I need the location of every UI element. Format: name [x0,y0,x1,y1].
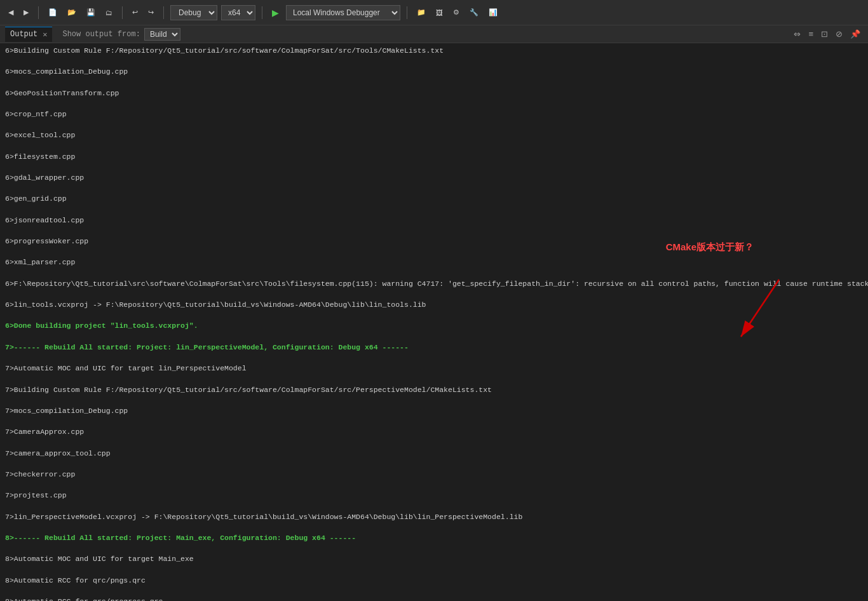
output-line: 6>Done building project "lin_tools.vcxpr… [5,321,863,332]
output-line: 7>Building Custom Rule F:/Repository/Qt5… [5,385,863,396]
output-controls: Show output from: Build [62,28,180,41]
output-line: 8>Automatic MOC and UIC for target Main_… [5,554,863,565]
align-right-btn[interactable]: ⊡ [818,28,831,40]
debugger-select[interactable]: Local Windows Debugger [286,5,400,20]
save-all-btn[interactable]: 🗂 [102,7,116,18]
toolbar-divider-4 [262,6,262,19]
word-wrap-btn[interactable]: ⇔ [791,28,803,40]
output-toolbar-icons: ⇔ ≡ ⊡ ⊘ 📌 [791,28,863,40]
show-output-select[interactable]: Build [144,28,180,41]
open-folder-btn[interactable]: 📁 [414,6,429,18]
output-content[interactable]: 6>Building Custom Rule F:/Repository/Qt5… [0,43,868,601]
align-left-btn[interactable]: ≡ [806,28,816,40]
redo-btn[interactable]: ↪ [145,6,157,18]
screenshot-btn[interactable]: 🖼 [433,7,446,18]
main-layout: Output ✕ Show output from: Build ⇔ ≡ ⊡ ⊘… [0,25,868,601]
output-line: 7>checkerror.cpp [5,469,863,480]
output-line: 6>excel_tool.cpp [5,130,863,141]
tool2-btn[interactable]: 🔧 [466,6,482,18]
output-line: 6>lin_tools.vcxproj -> F:\Repository\Qt5… [5,300,863,311]
main-toolbar: ◀ ▶ 📄 📂 💾 🗂 ↩ ↪ Debug x64 ▶ Local Window… [0,0,868,25]
toolbar-divider-3 [163,6,164,19]
output-tab[interactable]: Output ✕ [5,27,52,42]
output-line: 6>progressWoker.cpp [5,236,863,247]
output-line: 7>mocs_compilation_Debug.cpp [5,406,863,417]
platform-select[interactable]: x64 [221,5,255,20]
output-line: 6>mocs_compilation_Debug.cpp [5,67,863,78]
tool3-btn[interactable]: 📊 [485,6,501,18]
new-file-btn[interactable]: 📄 [45,6,60,18]
output-line: 7>camera_approx_tool.cpp [5,449,863,459]
show-output-label: Show output from: [62,30,140,39]
tool1-btn[interactable]: ⚙ [450,6,463,18]
output-line: 8>------ Rebuild All started: Project: M… [5,533,863,544]
open-btn[interactable]: 📂 [64,6,79,18]
output-line: 7>Automatic MOC and UIC for target lin_P… [5,363,863,374]
start-debug-btn[interactable]: ▶ [269,6,282,20]
output-tab-close[interactable]: ✕ [43,30,47,39]
output-line: 7>CameraApprox.cpp [5,427,863,438]
toolbar-divider-2 [122,6,123,19]
output-line: 6>F:\Repository\Qt5_tutorial\src\softwar… [5,279,863,290]
undo-btn[interactable]: ↩ [129,6,141,18]
output-line: 6>GeoPositionTransform.cpp [5,88,863,99]
pin-btn[interactable]: 📌 [848,28,863,40]
output-line: 6>crop_ntf.cpp [5,109,863,120]
toolbar-divider-1 [38,6,39,19]
output-line: 6>filesystem.cpp [5,152,863,163]
output-panel: Output ✕ Show output from: Build ⇔ ≡ ⊡ ⊘… [0,25,868,601]
forward-btn[interactable]: ▶ [20,6,32,18]
output-line: 6>gen_grid.cpp [5,194,863,205]
output-line: 6>gdal_wrapper.cpp [5,173,863,184]
output-header: Output ✕ Show output from: Build ⇔ ≡ ⊡ ⊘… [0,25,868,43]
save-btn[interactable]: 💾 [83,6,98,18]
output-line: 8>Automatic RCC for qrc/progress.qrc [5,597,863,601]
configuration-select[interactable]: Debug [170,5,217,20]
toolbar-divider-5 [407,6,407,19]
back-btn[interactable]: ◀ [5,6,17,18]
output-line: 6>xml_parser.cpp [5,257,863,268]
output-line: 7>lin_PerspectiveModel.vcxproj -> F:\Rep… [5,512,863,523]
output-line: 8>Automatic RCC for qrc/pngs.qrc [5,576,863,586]
output-line: 6>jsonreadtool.cpp [5,215,863,226]
output-line: 7>------ Rebuild All started: Project: l… [5,342,863,353]
output-line: 7>projtest.cpp [5,490,863,501]
output-tab-label: Output [10,30,37,39]
output-line: 6>Building Custom Rule F:/Repository/Qt5… [5,46,863,57]
clear-btn[interactable]: ⊘ [833,28,845,40]
